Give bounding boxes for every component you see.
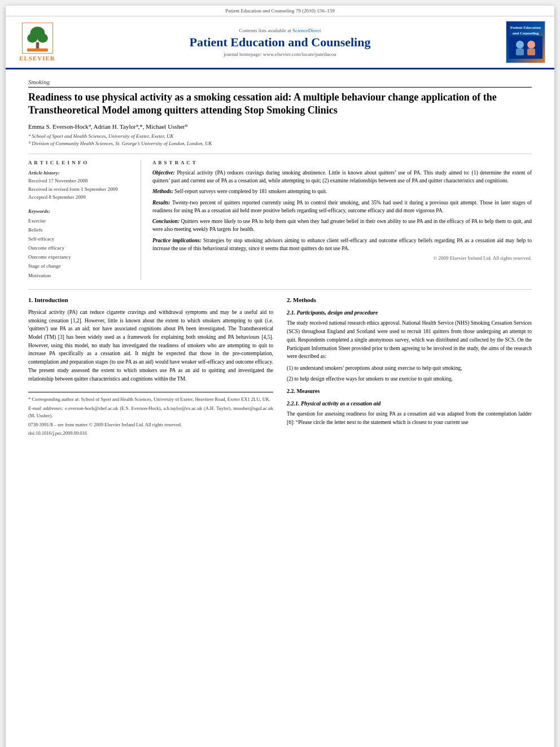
participants-para: The study received national research eth… [287, 319, 532, 361]
elsevier-text: ELSEVIER [19, 55, 55, 62]
keyword-2: Beliefs [28, 225, 133, 234]
abstract-objective: Objective: Physical activity (PA) reduce… [152, 169, 532, 185]
journal-citation: Patient Education and Counseling 79 (201… [225, 8, 334, 14]
keyword-1: Exercise [28, 216, 133, 225]
footnote-email: E-mail addresses: e.everson-hock@shef.ac… [28, 405, 273, 420]
svg-rect-5 [36, 42, 39, 50]
intro-para-1: Physical activity (PA) can reduce cigare… [28, 308, 273, 383]
intro-section-title: 1. Introduction [28, 295, 273, 305]
elsevier-logo-container: ELSEVIER [15, 23, 60, 62]
email-addresses: e.everson-hock@shef.ac.uk (E.S. Everson-… [28, 405, 273, 418]
journal-homepage: journal homepage: www.elsevier.com/locat… [60, 51, 500, 57]
practice-label: Practice implications: [152, 238, 202, 243]
sciencedirect-link[interactable]: ScienceDirect [292, 28, 321, 33]
article-title: Readiness to use physical activity as a … [28, 91, 532, 117]
results-text: Twenty-two percent of quitters reported … [152, 200, 532, 213]
methods-section-title: 2. Methods [287, 295, 532, 305]
main-content: Smoking Readiness to use physical activi… [6, 69, 554, 448]
body-columns: 1. Introduction Physical activity (PA) c… [28, 295, 532, 439]
journal-image-box: Patient Education and Counseling [506, 21, 545, 63]
affiliation-2: ᵇ Division of Community Health Sciences,… [28, 140, 532, 148]
page: Patient Education and Counseling 79 (201… [6, 6, 554, 747]
journal-header: ELSEVIER Contents lists available at Sci… [6, 16, 554, 69]
methods-label: Methods: [152, 189, 173, 194]
copyright-line: © 2009 Elsevier Ireland Ltd. All rights … [152, 255, 532, 261]
conclusion-label: Conclusion: [152, 219, 180, 224]
conclusion-text: Quitters were more likely to use PA to h… [152, 219, 532, 232]
pa-cessation-subsection-title: 2.2.1. Physical activity as a cessation … [287, 399, 532, 408]
received-date: Received 17 November 2008 [28, 177, 133, 185]
journal-logo-right: Patient Education and Counseling [500, 21, 545, 63]
svg-rect-11 [527, 49, 535, 55]
list-item-2: (2) to help design effective ways for sm… [287, 375, 532, 383]
abstract-conclusion: Conclusion: Quitters were more likely to… [152, 217, 532, 234]
journal-center: Contents lists available at ScienceDirec… [60, 28, 500, 57]
svg-point-4 [37, 33, 47, 43]
journal-cover-image [509, 36, 542, 59]
keyword-7: Motivation [28, 271, 133, 280]
abstract-methods: Methods: Self-report surveys were comple… [152, 187, 532, 195]
history-title: Article history: [28, 169, 133, 177]
revised-date: Received in revised form 1 September 200… [28, 185, 133, 193]
keyword-4: Outcome efficacy [28, 243, 133, 252]
footnote-issn: 0738-3991/$ – see front matter © 2009 El… [28, 421, 273, 429]
list-container: (1) to understand smokers’ perceptions a… [287, 364, 532, 383]
affiliations: ᵃ School of Sport and Health Sciences, U… [28, 133, 532, 148]
article-info-abstract: A R T I C L E I N F O Article history: R… [28, 154, 532, 280]
keywords-section: Keywords: Exercise Beliefs Self-efficacy… [28, 207, 133, 280]
methods-col: 2. Methods 2.1. Participants, design and… [287, 295, 532, 439]
article-info-col: A R T I C L E I N F O Article history: R… [28, 160, 141, 280]
objective-label: Objective: [152, 170, 175, 176]
results-label: Results: [152, 200, 170, 206]
svg-rect-6 [27, 49, 48, 52]
abstract-header: A B S T R A C T [152, 160, 532, 165]
participants-subsection-title: 2.1. Participants, design and procedure [287, 308, 532, 317]
keyword-3: Self-efficacy [28, 234, 133, 243]
practice-text: Strategies by stop smoking advisors aimi… [152, 238, 532, 251]
pa-cessation-para: The question for assessing readiness for… [287, 410, 532, 426]
accepted-date: Accepted 8 September 2009 [28, 193, 133, 201]
methods-text: Self-report surveys were completed by 18… [174, 189, 327, 194]
footnote-corresponding: * Corresponding author at: School of Spo… [28, 396, 273, 403]
measures-section-title: 2.2. Measures [287, 387, 532, 396]
svg-rect-7 [509, 36, 542, 59]
abstract-results: Results: Twenty-two percent of quitters … [152, 199, 532, 215]
authors: Emma S. Everson-Hockᵃ, Adrian H. Taylorᵃ… [28, 123, 532, 130]
introduction-col: 1. Introduction Physical activity (PA) c… [28, 295, 273, 439]
footnotes: * Corresponding author at: School of Spo… [28, 392, 273, 437]
objective-text: Physical activity (PA) reduces cravings … [152, 170, 532, 184]
keyword-5: Outcome expectancy [28, 252, 133, 261]
elsevier-logo: ELSEVIER [15, 23, 60, 62]
svg-point-9 [527, 41, 535, 49]
abstract-col: A B S T R A C T Objective: Physical acti… [152, 160, 532, 280]
keyword-6: Stage of change [28, 261, 133, 270]
list-item-1: (1) to understand smokers’ perceptions a… [287, 364, 532, 373]
affiliation-1: ᵃ School of Sport and Health Sciences, U… [28, 133, 532, 141]
top-bar: Patient Education and Counseling 79 (201… [6, 6, 554, 16]
journal-box-title: Patient Education and Counseling [509, 25, 542, 36]
abstract-practice: Practice implications: Strategies by sto… [152, 237, 532, 253]
svg-rect-10 [516, 49, 524, 55]
contents-line: Contents lists available at ScienceDirec… [60, 28, 500, 33]
email-label: E-mail addresses: [28, 405, 63, 411]
category-label: Smoking [28, 78, 532, 88]
elsevier-tree-icon [22, 23, 53, 54]
journal-title: Patient Education and Counseling [60, 35, 500, 50]
abstract-text: Objective: Physical activity (PA) reduce… [152, 169, 532, 252]
article-info-header: A R T I C L E I N F O [28, 160, 133, 165]
footnote-doi: doi:10.1016/j.pec.2009.09.016 [28, 430, 273, 437]
svg-point-3 [27, 33, 37, 43]
keywords-title: Keywords: [28, 207, 133, 216]
author-names: Emma S. Everson-Hockᵃ, Adrian H. Taylorᵃ… [28, 123, 188, 130]
svg-point-8 [516, 41, 524, 49]
section-divider [28, 289, 532, 290]
article-history: Article history: Received 17 November 20… [28, 169, 133, 202]
